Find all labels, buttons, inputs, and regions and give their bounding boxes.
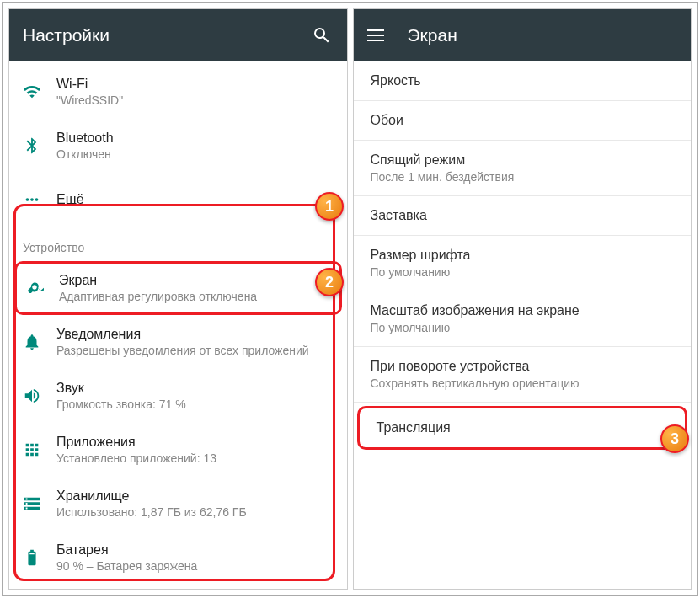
item-title: Ещё [56, 192, 334, 207]
item-title: Экран [59, 273, 331, 288]
item-sub: Отключен [56, 147, 334, 161]
display-item-brightness[interactable]: Яркость [354, 61, 692, 101]
item-title: Звук [56, 381, 334, 396]
item-title: Обои [371, 113, 675, 128]
settings-item-notifications[interactable]: Уведомления Разрешены уведомления от все… [9, 315, 347, 369]
appbar-title: Экран [408, 25, 678, 45]
display-list[interactable]: Яркость Обои Спящий режим После 1 мин. б… [354, 61, 692, 589]
item-title: Размер шрифта [371, 248, 675, 263]
item-sub: Громкость звонка: 71 % [56, 398, 334, 411]
item-title: Спящий режим [371, 152, 675, 168]
settings-item-bluetooth[interactable]: Bluetooth Отключен [9, 119, 347, 173]
item-sub: По умолчанию [371, 265, 675, 279]
display-item-sleep[interactable]: Спящий режим После 1 мин. бездействия [354, 141, 692, 196]
display-icon [25, 279, 59, 297]
item-title: Яркость [371, 73, 675, 88]
item-sub: Адаптивная регулировка отключена [59, 290, 331, 303]
search-icon[interactable] [310, 24, 334, 47]
step-badge-1: 1 [315, 192, 344, 221]
display-screen: Экран Яркость Обои Спящий режим После 1 … [353, 8, 692, 590]
item-title: Масштаб изображения на экране [371, 303, 675, 318]
display-item-screensaver[interactable]: Заставка [354, 196, 692, 236]
appbar-settings: Настройки [9, 9, 347, 61]
item-sub: После 1 мин. бездействия [371, 170, 675, 184]
settings-item-sound[interactable]: Звук Громкость звонка: 71 % [9, 369, 347, 423]
settings-item-apps[interactable]: Приложения Установлено приложений: 13 [9, 423, 347, 477]
item-title: Трансляция [377, 420, 669, 435]
item-sub: По умолчанию [371, 321, 675, 334]
display-item-displaysize[interactable]: Масштаб изображения на экране По умолчан… [354, 291, 692, 347]
appbar-title: Настройки [23, 25, 310, 45]
battery-icon [23, 548, 56, 567]
item-sub: Установлено приложений: 13 [56, 451, 334, 465]
settings-item-wifi[interactable]: Wi-Fi "WiredSSID" [9, 65, 347, 119]
display-item-fontsize[interactable]: Размер шрифта По умолчанию [354, 236, 692, 291]
wifi-icon [23, 83, 56, 101]
settings-item-battery[interactable]: Батарея 90 % – Батарея заряжена [9, 531, 347, 585]
bell-icon [23, 333, 56, 351]
bluetooth-icon [23, 136, 56, 155]
section-device: Устройство [9, 227, 347, 261]
display-item-cast[interactable]: Трансляция [357, 406, 688, 450]
settings-screen: Настройки Wi-Fi "WiredSSID" Bluetooth От… [8, 8, 348, 590]
storage-icon [23, 494, 56, 513]
display-item-wallpaper[interactable]: Обои [354, 101, 692, 141]
item-title: Уведомления [56, 327, 334, 342]
item-title: Хранилище [56, 489, 334, 504]
settings-list[interactable]: Wi-Fi "WiredSSID" Bluetooth Отключен Ещё… [9, 61, 347, 589]
item-sub: Разрешены уведомления от всех приложений [56, 344, 334, 357]
step-badge-2: 2 [315, 268, 344, 296]
item-title: При повороте устройства [371, 359, 675, 374]
settings-item-storage[interactable]: Хранилище Использовано: 1,87 ГБ из 62,76… [9, 477, 347, 531]
more-icon [23, 190, 56, 209]
item-title: Приложения [56, 435, 334, 450]
settings-item-display[interactable]: Экран Адаптивная регулировка отключена [14, 261, 342, 315]
item-title: Wi-Fi [56, 77, 334, 92]
appbar-display: Экран [354, 9, 692, 61]
menu-icon[interactable] [367, 29, 384, 41]
item-title: Bluetooth [56, 131, 334, 146]
item-sub: 90 % – Батарея заряжена [56, 559, 334, 573]
item-sub: Использовано: 1,87 ГБ из 62,76 ГБ [56, 505, 334, 519]
display-item-rotate[interactable]: При повороте устройства Сохранять вертик… [354, 347, 692, 403]
apps-icon [23, 440, 56, 459]
item-title: Батарея [56, 542, 334, 558]
sound-icon [23, 387, 56, 405]
item-sub: Сохранять вертикальную ориентацию [371, 376, 675, 390]
item-title: Заставка [371, 208, 675, 223]
settings-item-more[interactable]: Ещё [9, 173, 347, 227]
item-sub: "WiredSSID" [56, 93, 334, 107]
step-badge-3: 3 [660, 424, 689, 453]
